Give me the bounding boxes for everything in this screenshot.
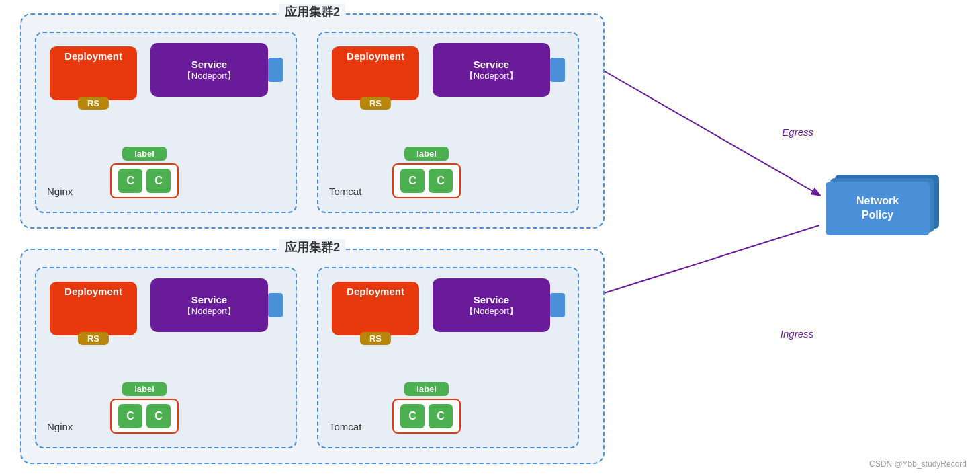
top-left-containers-group: label C C — [110, 147, 179, 198]
top-left-deployment-label: Deployment — [64, 50, 122, 62]
ingress-label: Ingress — [781, 328, 813, 340]
top-right-containers-row: C C — [392, 163, 461, 198]
bottom-right-net-connector — [550, 293, 565, 317]
network-policy-box: Network Policy — [826, 175, 940, 235]
top-left-label-tag: label — [122, 147, 167, 161]
bottom-left-container-1: C — [118, 404, 142, 428]
bottom-right-container-2: C — [429, 404, 453, 428]
bottom-cluster: 应用集群2 Deployment RS Service 【Nodeport】 N… — [20, 249, 605, 464]
bottom-left-pod-type: Nginx — [47, 421, 73, 432]
bottom-right-label-tag: label — [404, 382, 449, 396]
top-left-container-1: C — [118, 169, 142, 193]
bottom-left-containers-row: C C — [110, 399, 179, 434]
bottom-left-service: Service 【Nodeport】 — [150, 278, 268, 332]
top-right-pod-type: Tomcat — [329, 186, 361, 197]
bottom-left-deployment: Deployment RS — [50, 282, 137, 335]
bottom-right-service: Service 【Nodeport】 — [433, 278, 550, 332]
top-left-containers-row: C C — [110, 163, 179, 198]
top-left-nodeport: 【Nodeport】 — [183, 70, 236, 82]
bottom-right-containers-group: label C C — [392, 382, 461, 434]
watermark: CSDN @Ybb_studyRecord — [869, 459, 967, 469]
bottom-left-pod: Deployment RS Service 【Nodeport】 Nginx l… — [35, 267, 297, 448]
svg-line-3 — [574, 225, 819, 303]
bottom-right-containers-row: C C — [392, 399, 461, 434]
top-left-rs: RS — [78, 97, 109, 110]
bottom-right-service-label: Service — [474, 294, 509, 305]
network-policy-label: Network Policy — [856, 194, 899, 223]
top-left-deployment: Deployment RS — [50, 46, 137, 100]
bottom-right-rs: RS — [360, 332, 391, 345]
top-left-service: Service 【Nodeport】 — [150, 43, 268, 97]
top-right-rs: RS — [360, 97, 391, 110]
bottom-right-nodeport: 【Nodeport】 — [465, 305, 518, 317]
top-right-service: Service 【Nodeport】 — [433, 43, 550, 97]
bottom-left-service-label: Service — [191, 294, 227, 305]
top-right-service-label: Service — [474, 58, 509, 70]
top-cluster: 应用集群2 Deployment RS Service 【Nodeport】 N… — [20, 13, 605, 229]
bottom-right-deployment-label: Deployment — [347, 286, 404, 297]
bottom-left-label-tag: label — [122, 382, 167, 396]
bottom-left-nodeport: 【Nodeport】 — [183, 305, 236, 317]
bottom-right-deployment: Deployment RS — [332, 282, 419, 335]
bottom-right-pod-type: Tomcat — [329, 421, 361, 432]
top-right-deployment: Deployment RS — [332, 46, 419, 100]
bottom-left-deployment-label: Deployment — [64, 286, 122, 297]
top-right-deployment-label: Deployment — [347, 50, 404, 62]
bottom-left-rs: RS — [78, 332, 109, 345]
bottom-left-containers-group: label C C — [110, 382, 179, 434]
top-right-container-2: C — [429, 169, 453, 193]
main-diagram: 应用集群2 Deployment RS Service 【Nodeport】 N… — [0, 0, 980, 474]
top-right-container-1: C — [400, 169, 425, 193]
top-left-net-connector — [268, 58, 283, 82]
bottom-left-container-2: C — [146, 404, 171, 428]
top-right-label-tag: label — [404, 147, 449, 161]
egress-label: Egress — [782, 126, 813, 138]
bottom-right-pod: Deployment RS Service 【Nodeport】 Tomcat … — [317, 267, 579, 448]
top-left-service-label: Service — [191, 58, 227, 70]
bottom-cluster-title: 应用集群2 — [279, 239, 345, 255]
top-right-nodeport: 【Nodeport】 — [465, 70, 518, 82]
top-left-container-2: C — [146, 169, 171, 193]
top-left-pod-type: Nginx — [47, 186, 73, 197]
top-right-pod: Deployment RS Service 【Nodeport】 Tomcat … — [317, 32, 579, 213]
top-cluster-title: 应用集群2 — [279, 4, 345, 20]
top-right-net-connector — [550, 58, 565, 82]
svg-line-2 — [574, 54, 819, 195]
top-right-containers-group: label C C — [392, 147, 461, 198]
bottom-right-container-1: C — [400, 404, 425, 428]
bottom-left-net-connector — [268, 293, 283, 317]
top-left-pod: Deployment RS Service 【Nodeport】 Nginx l… — [35, 32, 297, 213]
